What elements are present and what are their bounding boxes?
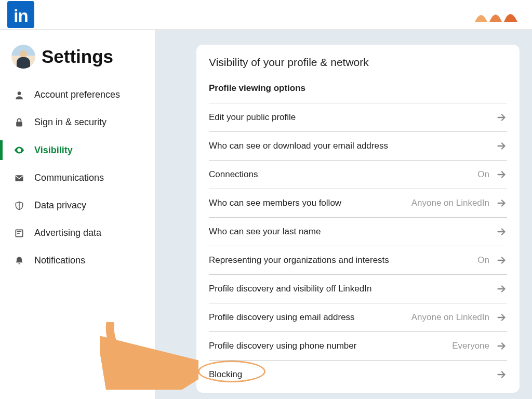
sidebar-item-communications[interactable]: Communications	[0, 164, 155, 192]
sidebar-item-label: Notifications	[34, 255, 85, 266]
svg-rect-1	[16, 122, 22, 126]
row-value: On	[477, 255, 489, 265]
settings-nav: Account preferences Sign in & security V…	[0, 81, 155, 274]
sidebar-item-label: Visibility	[34, 145, 73, 156]
row-profile-discovery-phone[interactable]: Profile discovery using phone number Eve…	[209, 331, 507, 360]
envelope-icon	[14, 173, 25, 183]
arrow-right-icon	[496, 226, 507, 237]
sidebar-item-advertising-data[interactable]: Advertising data	[0, 219, 155, 247]
sidebar-header: Settings	[0, 45, 155, 81]
row-label: Connections	[209, 169, 471, 180]
sidebar-item-label: Advertising data	[34, 228, 101, 238]
row-connections[interactable]: Connections On	[209, 160, 507, 189]
arrow-right-icon	[496, 112, 507, 123]
sidebar-item-label: Communications	[34, 172, 104, 183]
row-label: Blocking	[209, 369, 483, 380]
row-label: Edit your public profile	[209, 112, 483, 123]
row-value: Everyone	[452, 341, 489, 351]
eye-icon	[14, 144, 25, 156]
arrow-right-icon	[496, 283, 507, 295]
row-label: Who can see members you follow	[209, 198, 405, 208]
visibility-panel: Visibility of your profile & network Pro…	[196, 45, 520, 393]
page-body: Settings Account preferences Sign in & s…	[0, 30, 532, 399]
row-label: Representing your organizations and inte…	[209, 255, 471, 265]
row-email-visibility[interactable]: Who can see or download your email addre…	[209, 131, 507, 160]
row-label: Profile discovery using phone number	[209, 341, 446, 351]
row-last-name[interactable]: Who can see your last name	[209, 217, 507, 246]
row-blocking[interactable]: Blocking	[209, 360, 507, 389]
row-label: Profile discovery and visibility off Lin…	[209, 284, 483, 294]
row-label: Profile discovery using email address	[209, 312, 405, 323]
panel-subheader: Profile viewing options	[209, 83, 507, 103]
brand-logo	[472, 4, 523, 25]
svg-point-0	[18, 91, 21, 95]
row-value: On	[477, 169, 489, 180]
person-icon	[14, 90, 25, 100]
panel-title: Visibility of your profile & network	[209, 56, 507, 69]
sidebar-item-notifications[interactable]: Notifications	[0, 247, 155, 274]
arrow-right-icon	[496, 197, 507, 209]
row-representing-organizations[interactable]: Representing your organizations and inte…	[209, 246, 507, 274]
row-members-you-follow[interactable]: Who can see members you follow Anyone on…	[209, 189, 507, 217]
svg-point-2	[18, 149, 20, 151]
settings-sidebar: Settings Account preferences Sign in & s…	[0, 30, 155, 399]
arrow-right-icon	[496, 312, 507, 323]
avatar[interactable]	[11, 45, 35, 69]
row-value: Anyone on LinkedIn	[411, 312, 489, 323]
arrow-right-icon	[496, 369, 507, 380]
row-profile-discovery-off-linkedin[interactable]: Profile discovery and visibility off Lin…	[209, 274, 507, 303]
row-profile-discovery-email[interactable]: Profile discovery using email address An…	[209, 303, 507, 331]
sidebar-item-visibility[interactable]: Visibility	[0, 136, 155, 164]
arrow-right-icon	[496, 340, 507, 352]
main-content: Visibility of your profile & network Pro…	[155, 30, 532, 399]
row-value: Anyone on LinkedIn	[411, 198, 489, 208]
sidebar-item-signin-security[interactable]: Sign in & security	[0, 109, 155, 136]
row-label: Who can see your last name	[209, 227, 483, 237]
topbar: in	[0, 0, 532, 30]
row-label: Who can see or download your email addre…	[209, 141, 483, 151]
sidebar-item-label: Sign in & security	[34, 117, 107, 128]
sidebar-item-label: Account preferences	[34, 89, 120, 100]
linkedin-logo[interactable]: in	[7, 1, 34, 28]
sidebar-item-account-preferences[interactable]: Account preferences	[0, 81, 155, 109]
row-edit-public-profile[interactable]: Edit your public profile	[209, 103, 507, 131]
shield-icon	[14, 201, 25, 211]
arrow-right-icon	[496, 140, 507, 152]
sidebar-item-data-privacy[interactable]: Data privacy	[0, 192, 155, 219]
sidebar-item-label: Data privacy	[34, 200, 86, 211]
page-icon	[14, 228, 25, 238]
bell-icon	[14, 256, 25, 266]
settings-title: Settings	[42, 46, 113, 67]
arrow-right-icon	[496, 255, 507, 266]
lock-icon	[14, 117, 25, 128]
arrow-right-icon	[496, 169, 507, 180]
